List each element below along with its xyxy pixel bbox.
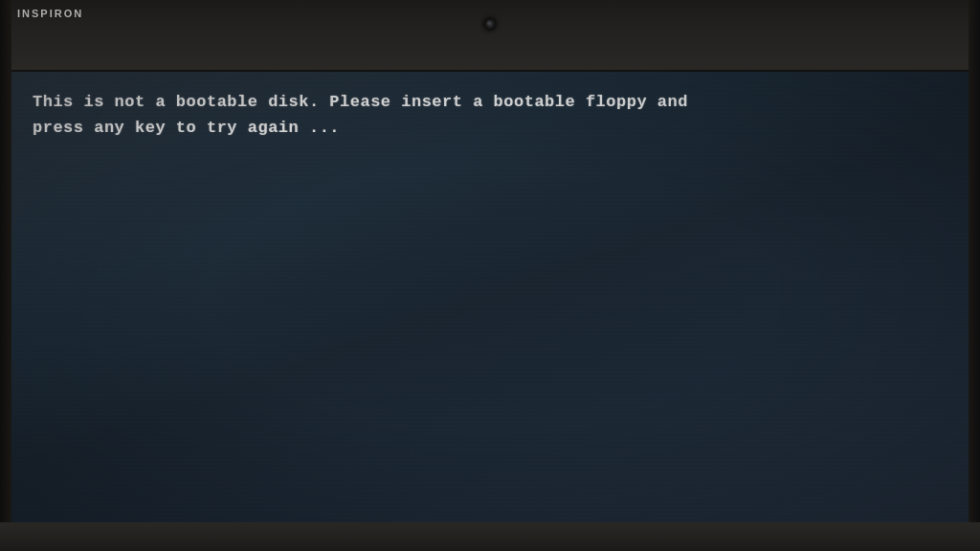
- left-frame-edge: [0, 0, 11, 551]
- boot-error-line1: This is not a bootable disk. Please inse…: [33, 89, 947, 115]
- boot-error-message: This is not a bootable disk. Please inse…: [33, 89, 947, 141]
- right-frame-edge: [969, 0, 980, 551]
- laptop-frame: INSPIRON This is not a bootable disk. Pl…: [0, 0, 980, 551]
- laptop-screen: This is not a bootable disk. Please inse…: [11, 72, 969, 522]
- webcam: [483, 17, 497, 31]
- screen-content: This is not a bootable disk. Please inse…: [11, 72, 969, 522]
- top-bezel: INSPIRON: [0, 0, 980, 72]
- boot-error-line2: press any key to try again ...: [33, 115, 947, 141]
- laptop-brand-logo: INSPIRON: [17, 8, 83, 19]
- bottom-bezel: [0, 522, 980, 551]
